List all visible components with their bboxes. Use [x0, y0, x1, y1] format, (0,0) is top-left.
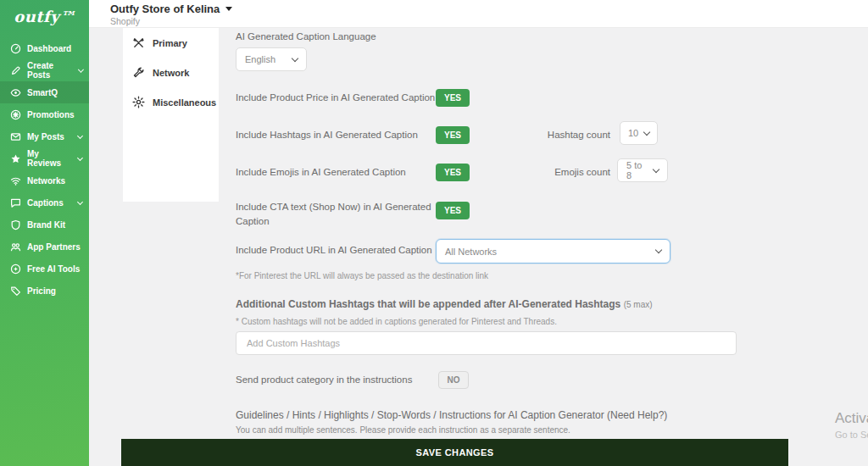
sidebar-item-label: Free AI Tools: [27, 264, 80, 274]
store-dropdown-caret-icon[interactable]: [225, 7, 232, 11]
custom-hashtags-heading: Additional Custom Hashtags that will be …: [236, 298, 653, 310]
sidebar-item-label: App Partners: [27, 242, 81, 252]
emojis-label: Include Emojis in AI Generated Caption: [236, 167, 406, 177]
sidebar-item-brand-kit[interactable]: Brand Kit: [0, 214, 89, 236]
sidebar-item-label: Promotions: [27, 110, 75, 119]
product-category-toggle[interactable]: NO: [438, 371, 469, 389]
custom-hashtags-heading-text: Additional Custom Hashtags that will be …: [236, 298, 620, 310]
create-posts-icon: [10, 65, 21, 76]
sidebar-item-label: Captions: [27, 198, 64, 208]
sidebar-item-smartq[interactable]: SmartQ: [0, 81, 89, 103]
sidebar-item-captions[interactable]: Captions: [0, 191, 89, 214]
language-select[interactable]: English: [236, 47, 307, 71]
sidebar-item-free-ai-tools[interactable]: Free AI Tools: [0, 258, 89, 280]
my-reviews-icon: [10, 153, 21, 164]
product-price-label: Include Product Price in AI Generated Ca…: [236, 92, 435, 103]
captions-icon: [10, 197, 21, 208]
sidebar-item-create-posts[interactable]: Create Posts: [0, 59, 89, 81]
emojis-toggle[interactable]: YES: [436, 164, 470, 181]
hashtags-toggle[interactable]: YES: [436, 126, 470, 144]
chevron-down-icon: [77, 155, 83, 161]
promotions-icon: [10, 109, 21, 120]
sidebar-item-label: Networks: [27, 176, 65, 186]
sidebar: outfy™ DashboardCreate PostsSmartQPromot…: [0, 0, 89, 466]
pricing-icon: [10, 286, 21, 297]
gear-icon: [132, 96, 145, 108]
sidebar-item-dashboard[interactable]: Dashboard: [0, 37, 89, 59]
watermark-line1: Activa: [835, 410, 868, 427]
custom-hashtags-max-note: (5 max): [624, 300, 653, 309]
cta-text-label: Include CTA text (Shop Now) in AI Genera…: [236, 200, 437, 228]
hashtags-label: Include Hashtags in AI Generated Caption: [236, 130, 418, 140]
sidebar-item-pricing[interactable]: Pricing: [0, 280, 89, 302]
custom-hashtags-input[interactable]: [236, 331, 737, 355]
chevron-down-icon: [77, 132, 83, 138]
sidebar-item-label: Create Posts: [27, 61, 73, 80]
wrench-icon: [132, 66, 145, 79]
settings-tab-label: Primary: [153, 38, 187, 48]
settings-tab-primary[interactable]: Primary: [123, 28, 219, 58]
emojis-count-label: Emojis count: [524, 167, 610, 177]
activate-windows-watermark: Activa Go to Se: [835, 410, 868, 440]
settings-tab-miscellaneous[interactable]: Miscellaneous: [123, 87, 219, 117]
sidebar-item-label: Dashboard: [27, 44, 71, 53]
sidebar-item-my-reviews[interactable]: My Reviews: [0, 147, 89, 169]
chevron-down-icon: [655, 247, 662, 253]
sidebar-nav: DashboardCreate PostsSmartQPromotionsMy …: [0, 37, 89, 302]
sidebar-item-label: Pricing: [27, 286, 56, 296]
settings-tab-label: Network: [153, 68, 189, 78]
sidebar-item-promotions[interactable]: Promotions: [0, 103, 89, 125]
product-url-network-select[interactable]: All Networks: [436, 239, 670, 264]
caption-settings-panel: AI Generated Caption Language English In…: [236, 28, 795, 466]
store-platform: Shopify: [110, 16, 868, 26]
language-label: AI Generated Caption Language: [236, 31, 376, 42]
chevron-down-icon: [292, 54, 298, 61]
emojis-count-value: 5 to 8: [626, 160, 648, 180]
settings-subnav: PrimaryNetworkMiscellaneous: [123, 28, 219, 202]
sidebar-item-label: My Reviews: [27, 149, 72, 168]
my-posts-icon: [10, 131, 21, 142]
sidebar-item-label: SmartQ: [27, 88, 58, 97]
chevron-down-icon: [653, 165, 659, 172]
custom-hashtags-note: * Custom hashtags will not be added in c…: [236, 317, 557, 326]
dashboard-icon: [10, 43, 21, 54]
hashtag-count-label: Hashtag count: [524, 130, 610, 140]
sidebar-item-label: Brand Kit: [27, 220, 65, 230]
free-ai-tools-icon: [10, 264, 21, 275]
watermark-line2: Go to Se: [835, 430, 868, 440]
guidelines-heading: Guidelines / Hints / Highlights / Stop-W…: [236, 409, 667, 421]
chevron-down-icon: [77, 198, 83, 204]
smartq-icon: [10, 87, 21, 98]
app-partners-icon: [10, 241, 21, 252]
outfy-logo[interactable]: outfy™: [0, 0, 89, 32]
store-switcher[interactable]: Outfy Store of Kelina Shopify: [89, 0, 868, 26]
pinterest-note: *For Pinterest the URL will always be pa…: [236, 271, 488, 280]
sidebar-item-label: My Posts: [27, 132, 64, 141]
product-price-toggle[interactable]: YES: [436, 89, 470, 107]
product-category-label: Send product category in the instruction…: [236, 374, 412, 385]
tools-icon: [132, 36, 145, 49]
sidebar-item-my-posts[interactable]: My Posts: [0, 125, 89, 147]
hashtag-count-value: 10: [628, 128, 638, 138]
top-header: Outfy Store of Kelina Shopify: [89, 0, 868, 28]
settings-tab-network[interactable]: Network: [123, 58, 219, 87]
hashtag-count-select[interactable]: 10: [620, 121, 658, 145]
language-select-value: English: [245, 54, 275, 64]
save-changes-button[interactable]: SAVE CHANGES: [121, 439, 788, 466]
app-window: outfy™ DashboardCreate PostsSmartQPromot…: [0, 0, 868, 466]
sidebar-item-app-partners[interactable]: App Partners: [0, 236, 89, 258]
sidebar-item-networks[interactable]: Networks: [0, 169, 89, 191]
product-url-network-value: All Networks: [445, 247, 497, 257]
cta-text-toggle[interactable]: YES: [436, 202, 470, 219]
emojis-count-select[interactable]: 5 to 8: [617, 158, 668, 182]
guidelines-note: You can add multiple sentences. Please p…: [236, 425, 570, 435]
store-name: Outfy Store of Kelina: [110, 3, 220, 15]
chevron-down-icon: [77, 67, 83, 73]
networks-icon: [10, 175, 21, 186]
product-url-label: Include Product URL in AI Generated Capt…: [236, 245, 432, 255]
chevron-down-icon: [643, 128, 650, 135]
brand-kit-icon: [10, 219, 21, 230]
settings-tab-label: Miscellaneous: [153, 97, 216, 108]
